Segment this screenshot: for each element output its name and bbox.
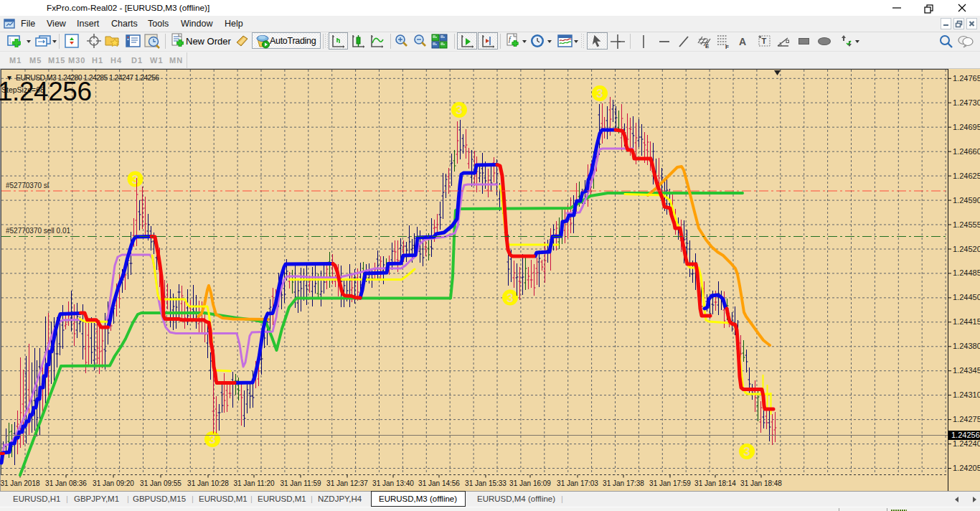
svg-text:3: 3: [743, 445, 750, 459]
svg-text:3: 3: [596, 87, 603, 100]
svg-text:1.24380: 1.24380: [953, 342, 980, 350]
svg-text:31 Jan 09:55: 31 Jan 09:55: [140, 479, 182, 487]
svg-text:31 Jan 18:14: 31 Jan 18:14: [694, 479, 736, 487]
svg-text:1.24765: 1.24765: [953, 74, 980, 83]
svg-text:3: 3: [456, 103, 462, 117]
svg-text:31 Jan 15:33: 31 Jan 15:33: [465, 479, 507, 487]
svg-text:#52770370 sl: #52770370 sl: [6, 182, 49, 189]
svg-text:1.24256: 1.24256: [951, 431, 980, 439]
svg-text:31 Jan 13:40: 31 Jan 13:40: [372, 479, 414, 487]
svg-text:1.24520: 1.24520: [953, 245, 980, 253]
svg-text:31 Jan 11:59: 31 Jan 11:59: [280, 479, 321, 487]
svg-text:3: 3: [507, 291, 513, 305]
svg-text:3: 3: [209, 433, 215, 446]
svg-text:31 Jan 18:48: 31 Jan 18:48: [740, 479, 782, 487]
svg-text:1.24205: 1.24205: [953, 464, 980, 472]
svg-text:1.24256: 1.24256: [0, 77, 92, 106]
svg-text:31 Jan 11:20: 31 Jan 11:20: [233, 479, 275, 487]
svg-text:31 Jan 10:28: 31 Jan 10:28: [187, 479, 229, 487]
svg-text:1.24695: 1.24695: [953, 123, 980, 131]
svg-text:1.24450: 1.24450: [953, 293, 980, 301]
svg-text:1.24625: 1.24625: [953, 172, 980, 180]
svg-text:31 Jan 12:37: 31 Jan 12:37: [326, 479, 368, 487]
svg-text:1.24555: 1.24555: [953, 220, 980, 229]
svg-text:31 Jan 17:03: 31 Jan 17:03: [557, 479, 598, 487]
svg-text:T: T: [762, 37, 767, 45]
svg-text:31 Jan 08:36: 31 Jan 08:36: [45, 479, 87, 487]
svg-text:1.24730: 1.24730: [953, 98, 980, 107]
svg-text:1.24660: 1.24660: [953, 147, 980, 156]
svg-text:31 Jan 17:38: 31 Jan 17:38: [603, 479, 644, 487]
svg-text:3: 3: [132, 173, 138, 187]
svg-text:31 Jan 2018: 31 Jan 2018: [0, 479, 39, 487]
svg-text:1.24310: 1.24310: [953, 390, 980, 399]
svg-text:1.24415: 1.24415: [953, 317, 980, 326]
svg-text:31 Jan 14:56: 31 Jan 14:56: [418, 479, 460, 487]
svg-text:1.24345: 1.24345: [953, 366, 980, 375]
svg-text:31 Jan 16:09: 31 Jan 16:09: [509, 479, 551, 487]
svg-text:31 Jan 09:20: 31 Jan 09:20: [93, 479, 134, 487]
svg-text:1.24485: 1.24485: [953, 268, 980, 277]
svg-text:1.24590: 1.24590: [953, 196, 980, 205]
svg-text:1.24240: 1.24240: [953, 439, 980, 448]
svg-text:#52770370 sell 0.01: #52770370 sell 0.01: [6, 227, 71, 235]
svg-text:E: E: [705, 43, 710, 50]
svg-text:F: F: [725, 44, 729, 50]
svg-text:31 Jan 17:59: 31 Jan 17:59: [649, 479, 691, 487]
svg-text:1.24275: 1.24275: [953, 415, 980, 423]
